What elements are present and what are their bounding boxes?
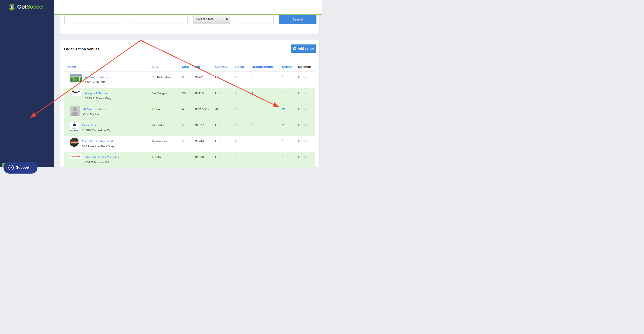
table-row: HERITAGE Osceola Heritage Park 631 Herit… <box>64 136 315 152</box>
panel-title: Organization Venues <box>64 47 100 52</box>
export-link[interactable]: Export <box>298 123 307 127</box>
venue-address: 3333 Al Davis Way <box>85 97 111 100</box>
cell-zip: 68Q7+X5 <box>192 104 212 120</box>
cell-zip: 32827 <box>192 120 212 136</box>
venue-name-link[interactable]: Al Lang Stadium <box>85 75 108 79</box>
venue-address: 14086 Centerline Dr, <box>82 129 111 132</box>
venue-name-filter-input[interactable] <box>64 15 122 24</box>
organization-venues-panel: Organization Venues + Add Venue Name Cit… <box>60 40 319 167</box>
venue-address: 744 S Murray Rd <box>85 160 119 164</box>
cell-country: AE <box>212 104 232 120</box>
col-header-matches: Matches <box>295 60 315 72</box>
fields-count-link[interactable]: 2 <box>235 139 237 143</box>
navbar-brand-area: GotSoccer <box>0 0 54 14</box>
cell-state: NV <box>178 88 192 104</box>
organizations-count-link[interactable]: 3 <box>252 107 254 111</box>
cell-city: St. Petersburg <box>149 72 178 88</box>
events-count-link[interactable]: 1 <box>282 91 284 95</box>
cell-city: Rantoul <box>149 152 178 167</box>
export-link[interactable]: Export <box>298 107 307 111</box>
zip-filter-input[interactable] <box>236 15 274 24</box>
fields-count-link[interactable]: 8 <box>235 155 237 159</box>
divider <box>64 58 315 58</box>
fields-count-link[interactable]: 13 <box>235 123 238 127</box>
cell-country: US <box>212 72 232 88</box>
select-arrows-icon <box>226 18 228 21</box>
venue-thumbnail-heritage-badge: HERITAGE <box>70 138 79 147</box>
col-header-name[interactable]: Name <box>64 60 149 72</box>
accent-green-bar <box>54 14 322 15</box>
cell-city: Las Vegas <box>149 88 178 104</box>
export-link[interactable]: Export <box>298 155 307 159</box>
col-header-country[interactable]: Country <box>212 60 232 72</box>
table-row: allegiant stadium Allegiant Stadium 3333… <box>64 88 315 104</box>
cell-zip: 89118 <box>192 88 212 104</box>
events-count-link[interactable]: 1 <box>282 139 284 143</box>
venue-name-link[interactable]: Rantoul Sports Complex <box>85 155 119 159</box>
venue-address: Oud Metha <box>83 113 106 116</box>
cell-country: US <box>212 88 232 104</box>
venue-thumbnail-allegiant-logo: allegiant stadium <box>70 90 82 96</box>
cell-city: Dubai <box>149 104 178 120</box>
cell-country: US <box>212 136 232 152</box>
col-header-organizations[interactable]: Organizations <box>248 60 279 72</box>
events-count-link[interactable]: 31 <box>282 107 286 111</box>
state-select[interactable]: Select State <box>193 15 230 23</box>
city-filter-input[interactable] <box>129 15 188 24</box>
question-circle-icon: ? <box>8 165 14 167</box>
cell-zip: 61866 <box>192 152 212 167</box>
fields-count-link[interactable]: 0 <box>235 91 237 95</box>
venue-search-panel: Select State Search <box>60 15 319 34</box>
table-header-row: Name City State Zip Country Fields Organ… <box>64 60 315 72</box>
organizations-count-link[interactable]: 4 <box>252 123 254 127</box>
search-button[interactable]: Search <box>279 15 316 24</box>
venue-name-link[interactable]: Hero Park <box>82 123 96 127</box>
organizations-count-link[interactable]: 3 <box>252 75 254 79</box>
cell-country: US <box>212 152 232 167</box>
col-header-city[interactable]: City <box>149 60 178 72</box>
add-venue-button[interactable]: + Add Venue <box>291 45 316 53</box>
events-count-link[interactable]: 2 <box>282 123 284 127</box>
table-row: RANTOUL Rantoul Sports Complex 744 S Mur… <box>64 152 315 167</box>
venue-thumbnail-city-of-orlando-logo: CITY OF ORLANDO <box>70 122 79 131</box>
table-row: Al Lang Stadium 230 1st St. SE St. Peter… <box>64 72 315 88</box>
cell-state: AJ <box>178 104 192 120</box>
sidebar-item-support[interactable]: ? Support <box>4 162 38 167</box>
venues-table: Name City State Zip Country Fields Organ… <box>64 60 315 167</box>
sidebar <box>0 14 54 167</box>
organizations-count-link[interactable]: 1 <box>252 91 254 95</box>
table-row: CITY OF ORLANDO Hero Park 14086 Centerli… <box>64 120 315 136</box>
venue-name-link[interactable]: Al Nasr Stadium <box>83 107 106 111</box>
export-link[interactable]: Export <box>298 75 307 79</box>
cell-city: Kissimmee <box>149 136 178 152</box>
fields-count-link[interactable]: 1 <box>235 107 237 111</box>
organizations-count-link[interactable]: 5 <box>252 139 254 143</box>
top-navbar <box>54 0 322 14</box>
col-header-fields[interactable]: Fields <box>232 60 248 72</box>
gotsoccer-spiral-icon <box>8 3 16 11</box>
organizations-count-link[interactable]: 5 <box>252 155 254 159</box>
venue-name-link[interactable]: Osceola Heritage Park <box>82 139 114 143</box>
plus-circle-icon: + <box>293 47 296 50</box>
cell-state: FL <box>178 120 192 136</box>
cell-city: Orlando <box>149 120 178 136</box>
venue-name-link[interactable]: Allegiant Stadium <box>85 91 110 95</box>
venue-thumbnail-stadium-photo <box>70 74 82 82</box>
cell-state: IL <box>178 152 192 167</box>
events-count-link[interactable]: 1 <box>282 155 284 159</box>
gotsoccer-logo[interactable]: GotSoccer <box>8 3 44 11</box>
col-header-zip[interactable]: Zip <box>192 60 212 72</box>
venue-address: 631 Heritage Park Way <box>82 144 115 148</box>
cell-state: FL <box>178 136 192 152</box>
cell-zip: 33701 <box>192 72 212 88</box>
col-header-state[interactable]: State <box>178 60 192 72</box>
venue-thumbnail-rantoul-logo: RANTOUL <box>70 154 82 159</box>
cell-country: US <box>212 120 232 136</box>
venue-address: 230 1st St. SE <box>85 81 108 84</box>
col-header-events[interactable]: Events <box>279 60 295 72</box>
fields-count-link[interactable]: 1 <box>235 75 237 79</box>
cell-state: FL <box>178 72 192 88</box>
export-link[interactable]: Export <box>298 91 307 95</box>
export-link[interactable]: Export <box>298 139 307 143</box>
events-count-link[interactable]: 1 <box>282 75 284 79</box>
